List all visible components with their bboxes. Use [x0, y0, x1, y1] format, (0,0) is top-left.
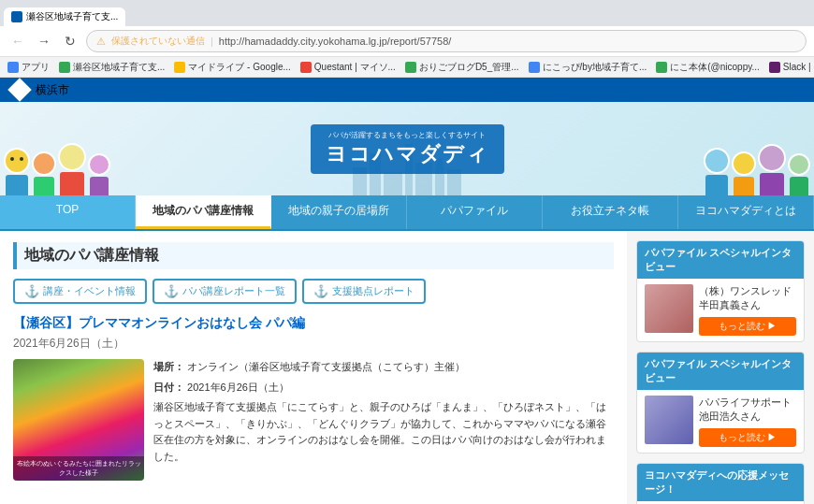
nav-item-about[interactable]: ヨコハマダディとは — [678, 195, 814, 229]
bookmark-icon — [59, 62, 70, 73]
character-7 — [758, 144, 786, 195]
nav-item-children-place[interactable]: 地域の親子の居場所 — [271, 195, 407, 229]
nav-item-papa-file[interactable]: パパファイル — [407, 195, 543, 229]
url-text: http://hamadaddy.city.yokohama.lg.jp/rep… — [219, 36, 451, 47]
yokohama-header: 横浜市 — [0, 78, 814, 102]
article-image: 布絵本のぬいぐるみたちに囲まれたリラックスした様子 — [13, 359, 144, 481]
nav-children-place-label: 地域の親子の居場所 — [288, 204, 389, 217]
char-body-8 — [790, 177, 808, 195]
sidebar-more-btn-1[interactable]: もっと読む ▶ — [699, 317, 796, 336]
sidebar-card-2-info: パパライフサポート 池田浩久さん もっと読む ▶ — [699, 396, 796, 447]
anchor-icon-2: ⚓ — [164, 284, 179, 298]
article-image-overlay: 布絵本のぬいぐるみたちに囲まれたリラックスした様子 — [13, 456, 144, 481]
sidebar-card-1-info: （株）ワンスレッド 半田真義さん もっと読む ▶ — [699, 284, 796, 336]
bookmark-icon — [529, 62, 540, 73]
sidebar-card-2: パパファイル スペシャルインタビュー パパライフサポート 池田浩久さん もっと読… — [636, 352, 805, 454]
bookmark-niko[interactable]: にこ本体(@nicoppy... — [656, 61, 760, 74]
browser-window: 瀬谷区地域子育て支... ← → ↻ ⚠ 保護されていない通信 | http:/… — [0, 0, 814, 78]
sidebar-message-header-text: ヨコハマダディへの応援メッセージ！ — [645, 469, 789, 495]
char-head-8 — [788, 153, 810, 176]
browser-toolbar: ← → ↻ ⚠ 保護されていない通信 | http://hamadaddy.ci… — [0, 26, 814, 57]
active-tab[interactable]: 瀬谷区地域子育て支... — [4, 7, 125, 26]
content-area: 地域のパパ講座情報 ⚓ 講座・イベント情報 ⚓ パパ講座レポート一覧 ⚓ 支援拠… — [0, 231, 814, 504]
date-label: 日付： — [153, 382, 184, 393]
hero-characters-right — [704, 144, 814, 195]
reload-button[interactable]: ↻ — [60, 31, 80, 51]
bookmarks-bar: アプリ 瀬谷区地域子育て支... マイドライブ - Google... Ques… — [0, 57, 814, 78]
anchor-icon-3: ⚓ — [313, 284, 328, 298]
browser-tabs-bar: 瀬谷区地域子育て支... — [0, 0, 814, 26]
bookmark-icon — [656, 62, 667, 73]
bookmark-icon — [7, 62, 19, 73]
sidebar-card-2-name: パパライフサポート 池田浩久さん — [699, 396, 796, 425]
nav-about-label: ヨコハマダディとは — [695, 204, 796, 217]
sidebar-name-1-text: （株）ワンスレッド 半田真義さん — [699, 285, 792, 310]
security-label: 保護されていない通信 — [111, 35, 205, 48]
char-head-1 — [4, 148, 30, 174]
sub-nav-support[interactable]: ⚓ 支援拠点レポート — [302, 279, 426, 304]
bookmark-drive[interactable]: マイドライブ - Google... — [174, 61, 290, 74]
sidebar-card-1: パパファイル スペシャルインタビュー （株）ワンスレッド 半田真義さん もっと読… — [636, 240, 805, 342]
bookmark-nikopi[interactable]: にこっぴ/by地域子育て... — [529, 61, 647, 74]
back-button[interactable]: ← — [7, 31, 28, 51]
bookmark-blog[interactable]: おりごブログD5_管理... — [405, 61, 519, 74]
bookmark-label: マイドライブ - Google... — [188, 61, 290, 74]
character-4 — [88, 153, 110, 195]
main-content: 地域のパパ講座情報 ⚓ 講座・イベント情報 ⚓ パパ講座レポート一覧 ⚓ 支援拠… — [0, 231, 627, 504]
char-head-4 — [88, 153, 110, 176]
anchor-icon-1: ⚓ — [24, 284, 39, 298]
bookmark-label: アプリ — [22, 61, 50, 74]
article-title[interactable]: 【瀬谷区】プレママオンラインおはなし会 パパ編 — [13, 315, 614, 332]
sidebar-card-2-header-text: パパファイル スペシャルインタビュー — [645, 358, 792, 383]
bookmark-label: にこ本体(@nicoppy... — [670, 61, 760, 74]
char-head-3 — [58, 143, 86, 171]
sub-nav-reports[interactable]: ⚓ パパ講座レポート一覧 — [153, 279, 297, 304]
article-date-detail: 日付： 2021年6月26日（土） — [153, 380, 614, 396]
sidebar-message-body: 石ちゃんの インタビューを読む — [637, 501, 804, 504]
sub-nav-events-label: 講座・イベント情報 — [43, 284, 136, 298]
page-heading-text: 地域のパパ講座情報 — [24, 247, 159, 263]
sidebar-message-card: ヨコハマダディへの応援メッセージ！ 石ちゃんの インタビューを読む — [636, 463, 805, 504]
character-1 — [4, 148, 30, 195]
bookmark-seya[interactable]: 瀬谷区地域子育て支... — [59, 61, 165, 74]
nav-item-tips[interactable]: お役立チネタ帳 — [543, 195, 678, 229]
hero-characters-left — [0, 143, 110, 195]
sidebar-card-1-header: パパファイル スペシャルインタビュー — [637, 241, 804, 279]
sub-nav-events[interactable]: ⚓ 講座・イベント情報 — [13, 279, 147, 304]
article-body: 布絵本のぬいぐるみたちに囲まれたリラックスした様子 場所： オンライン（瀬谷区地… — [13, 359, 614, 481]
bookmark-icon — [405, 62, 416, 73]
nav-item-papa-courses[interactable]: 地域のパパ講座情報 — [136, 195, 271, 229]
char-body-2 — [34, 177, 54, 195]
sidebar-thumb-1 — [645, 284, 693, 333]
article-location: 場所： オンライン（瀬谷区地域子育て支援拠点（こてらす）主催） — [153, 359, 614, 376]
bookmark-slack[interactable]: Slack | general | 瀬... — [769, 61, 814, 74]
char-body-3 — [60, 172, 84, 195]
article-body-text: 瀬谷区地域子育て支援拠点「にこてらす」と、親子のひろば「まんま」、「ひろぼネスト… — [153, 399, 614, 465]
sidebar-message-header: ヨコハマダディへの応援メッセージ！ — [637, 464, 804, 501]
sidebar-card-2-body: パパライフサポート 池田浩久さん もっと読む ▶ — [637, 390, 804, 453]
sidebar-thumb-2 — [645, 396, 693, 444]
sidebar-more-btn-2[interactable]: もっと読む ▶ — [699, 428, 796, 447]
page-heading: 地域のパパ講座情報 — [13, 242, 614, 269]
article-date: 2021年6月26日（土） — [13, 336, 614, 352]
nav-tips-label: お役立チネタ帳 — [571, 204, 649, 217]
image-overlay-text: 布絵本のぬいぐるみたちに囲まれたリラックスした様子 — [17, 460, 141, 476]
bookmark-label: おりごブログD5_管理... — [419, 61, 519, 74]
bookmark-icon — [174, 62, 185, 73]
location-label: 場所： — [153, 361, 184, 372]
bookmark-apps[interactable]: アプリ — [7, 61, 50, 74]
char-head-6 — [732, 151, 756, 176]
bookmark-label: 瀬谷区地域子育て支... — [73, 61, 165, 74]
tab-favicon — [11, 11, 22, 22]
nav-papa-courses-label: 地域のパパ講座情報 — [153, 204, 254, 217]
bookmark-questant[interactable]: Questant | マイソ... — [300, 61, 396, 74]
char-body-7 — [760, 173, 784, 195]
char-body-1 — [6, 175, 28, 195]
char-body-4 — [90, 177, 109, 195]
bookmark-icon — [300, 62, 312, 73]
nav-item-top[interactable]: TOP — [0, 195, 136, 229]
forward-button[interactable]: → — [34, 31, 54, 51]
char-head-2 — [32, 151, 56, 176]
address-bar[interactable]: ⚠ 保護されていない通信 | http://hamadaddy.city.yok… — [86, 30, 807, 52]
bookmark-label: Questant | マイソ... — [314, 61, 396, 74]
